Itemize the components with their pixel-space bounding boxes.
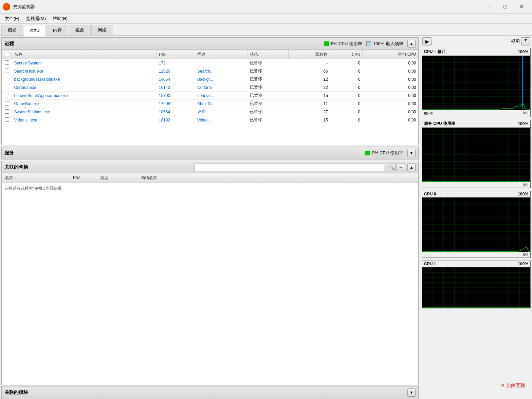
cpu1-chart: CPU 1 100% [422,261,531,308]
modules-expand-button[interactable]: ▼ [407,388,416,397]
services-cpu-indicator [365,151,370,155]
row-checkbox[interactable] [5,109,9,114]
row-checkbox[interactable] [5,93,9,97]
tab-cpu[interactable]: CPU [24,26,46,36]
menu-monitor[interactable]: 监视器(M) [23,14,50,23]
row-desc: Xbox G... [195,100,248,108]
modules-section-title: 关联的模块 [4,390,407,396]
row-checkbox[interactable] [5,60,9,65]
sort-arrow-handle-name: ↑ [14,176,16,180]
row-cpu: 0 [330,59,363,67]
process-section-title: 进程 [4,41,324,47]
close-button[interactable]: ✕ [514,2,529,12]
col-desc[interactable]: 描述 [195,50,248,59]
tab-network[interactable]: 网络 [91,25,113,35]
row-checkbox[interactable] [5,77,9,81]
tab-memory[interactable]: 内存 [47,25,68,35]
right-expand-button[interactable]: ▶ [422,37,432,45]
row-threads: 11 [289,100,330,108]
row-pid: 14064 [157,75,195,83]
col-avgcpu[interactable]: 平均 CPU [363,50,418,59]
col-name[interactable]: 名称 ↑ [12,50,157,59]
row-pid: 15700 [157,92,195,100]
right-view-dropdown[interactable]: ▼ [521,37,530,45]
row-checkbox[interactable] [5,101,9,106]
table-row: LenovoSmartAppearance.exe 15700 Lenovo..… [2,92,418,100]
process-section-header: 进程 5% CPU 使用率 100% 最大频率 ▲ [2,38,418,50]
right-view-label: 视图 [432,38,520,44]
cpu-service-chart-canvas [422,128,530,182]
right-panel: ▶ 视图 ▼ CPU – 总计 100% [420,36,532,399]
row-name[interactable]: SearchHost.exe [12,67,157,75]
cpu0-chart-pct: 100% [518,192,528,196]
tab-bar: 概述 CPU 内存 磁盘 网络 [0,24,532,36]
row-avgcpu: 0.00 [363,59,418,67]
row-name[interactable]: GameBar.exe [12,100,157,108]
row-checkbox-cell[interactable] [2,67,12,75]
row-checkbox-cell[interactable] [2,75,12,83]
row-checkbox[interactable] [5,69,9,73]
row-threads: 27 [289,108,330,116]
services-expand-button[interactable]: ▼ [407,149,416,157]
table-row: Video.UI.exe 18192 Video ... 已暂停 15 0 0.… [2,116,418,124]
row-checkbox-cell[interactable] [2,92,12,100]
app-icon [3,3,10,11]
row-checkbox-cell[interactable] [2,108,12,116]
row-threads: 22 [289,83,330,92]
row-checkbox-cell[interactable] [2,59,12,67]
row-name[interactable]: Cortana.exe [12,83,157,92]
handles-refresh-button[interactable]: ↔ [397,164,405,171]
row-name[interactable]: Secure System [12,59,157,67]
process-table: 名称 ↑ PID 描述 状态 线程数 CPU 平均 CPU Secure Sys… [2,50,418,124]
handles-col-pid[interactable]: PID [72,174,99,182]
col-pid[interactable]: PID [157,50,195,59]
row-desc [195,59,248,67]
row-cpu: 0 [330,75,363,83]
menu-file[interactable]: 文件(F) [1,14,23,23]
row-name[interactable]: backgroundTaskHost.exe [12,75,157,83]
process-table-wrapper[interactable]: 名称 ↑ PID 描述 状态 线程数 CPU 平均 CPU Secure Sys… [2,50,418,145]
cpu1-chart-title: CPU 1 [424,262,436,266]
maximize-button[interactable]: □ [497,2,513,12]
row-checkbox[interactable] [5,117,9,122]
row-checkbox-cell[interactable] [2,100,12,108]
cpu0-chart-header: CPU 0 100% [422,191,530,197]
cpu1-chart-canvas [422,267,530,308]
menu-help[interactable]: 帮助(H) [49,14,71,23]
col-status[interactable]: 状态 [248,50,289,59]
row-checkbox[interactable] [5,85,9,89]
cpu1-chart-pct: 100% [518,262,528,266]
select-all-checkbox[interactable] [5,52,9,56]
row-avgcpu: 0.00 [363,108,418,116]
cpu-service-chart-header: 服务 CPU 使用率 100% [422,120,530,128]
row-checkbox-cell[interactable] [2,83,12,92]
row-name[interactable]: SystemSettings.exe [12,108,157,116]
handles-col-name[interactable]: 名称 ↑ [4,174,72,182]
handles-col-handlename[interactable]: 句柄名称 [140,174,416,182]
row-status: 已暂停 [248,83,289,92]
row-checkbox-cell[interactable] [2,116,12,124]
cpu-total-chart-title: CPU – 总计 [424,49,445,55]
row-pid: 172 [157,59,195,67]
table-row: GameBar.exe 17908 Xbox G... 已暂停 11 0 0.0… [2,100,418,108]
process-expand-button[interactable]: ▲ [407,40,416,48]
col-cpu[interactable]: CPU [330,50,363,59]
col-threads[interactable]: 线程数 [289,50,330,59]
process-section: 进程 5% CPU 使用率 100% 最大频率 ▲ 名称 ↑ PID 描述 状态 [1,37,419,145]
handles-expand-button[interactable]: ▲ [407,163,416,171]
handles-search-input[interactable] [194,164,385,171]
row-cpu: 0 [330,116,363,124]
minimize-button[interactable]: ─ [481,2,497,12]
left-panel: 进程 5% CPU 使用率 100% 最大频率 ▲ 名称 ↑ PID 描述 状态 [0,36,420,399]
row-name[interactable]: LenovoSmartAppearance.exe [12,92,157,100]
cpu-total-chart-pct: 100% [518,50,528,54]
sort-arrow-name: ↑ [24,53,26,56]
tab-overview[interactable]: 概述 [1,25,23,35]
handles-col-type[interactable]: 类型 [99,174,140,182]
handles-search-button[interactable]: 🔍 [387,164,396,171]
cpu-total-chart-footer: 60 秒 0% [422,110,530,117]
row-desc: 设置 [195,108,248,116]
row-cpu: 0 [330,83,363,92]
tab-disk[interactable]: 磁盘 [69,25,91,35]
row-name[interactable]: Video.UI.exe [12,116,157,124]
